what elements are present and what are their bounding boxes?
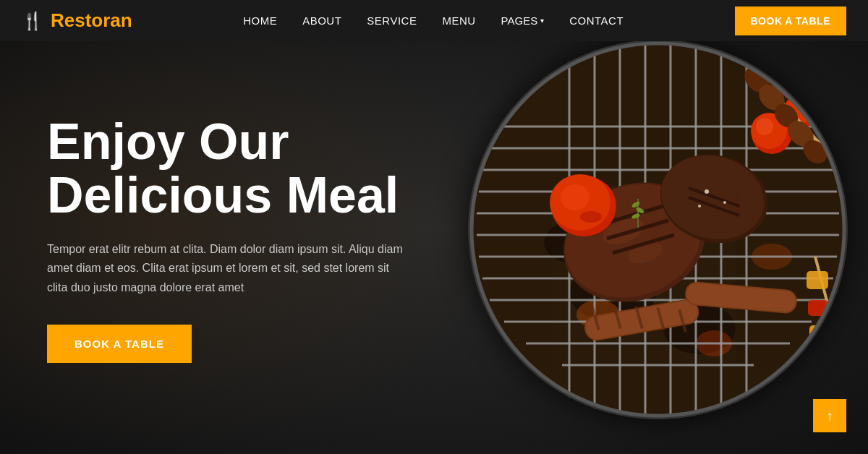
nav-item-menu[interactable]: MENU <box>442 14 475 27</box>
svg-point-45 <box>723 201 726 204</box>
fork-knife-icon: 🍴 <box>22 11 43 31</box>
svg-point-46 <box>698 205 701 207</box>
chevron-down-icon: ▾ <box>540 17 544 25</box>
hero-book-button[interactable]: BOOK A TABLE <box>47 325 192 363</box>
navbar: 🍴 Restoran HOME ABOUT SERVICE MENU PAGES… <box>0 0 868 41</box>
hero-title: Enjoy Our Delicious Meal <box>47 116 409 222</box>
hero-content: Enjoy Our Delicious Meal Tempor erat eli… <box>47 116 409 363</box>
scroll-top-button[interactable]: ↑ <box>813 399 846 432</box>
brand-name: Restoran <box>51 9 132 32</box>
nav-links: HOME ABOUT SERVICE MENU PAGES ▾ CONTACT <box>243 14 624 27</box>
hero-description: Tempor erat elitr rebum at clita. Diam d… <box>47 240 409 297</box>
grill-svg <box>468 40 848 419</box>
grill-image <box>468 40 848 419</box>
svg-point-59 <box>580 211 602 223</box>
svg-point-62 <box>756 118 773 135</box>
brand-logo[interactable]: 🍴 Restoran <box>22 9 132 32</box>
svg-point-58 <box>561 184 590 210</box>
nav-item-pages[interactable]: PAGES ▾ <box>501 14 545 27</box>
nav-item-service[interactable]: SERVICE <box>367 14 417 27</box>
nav-item-about[interactable]: ABOUT <box>302 14 341 27</box>
hero-section: 🍴 Restoran HOME ABOUT SERVICE MENU PAGES… <box>0 0 868 454</box>
svg-rect-77 <box>807 271 828 289</box>
arrow-up-icon: ↑ <box>826 408 833 424</box>
navbar-book-button[interactable]: BOOK A TABLE <box>735 7 846 35</box>
svg-point-44 <box>705 189 709 194</box>
nav-item-contact[interactable]: CONTACT <box>569 14 624 27</box>
nav-item-home[interactable]: HOME <box>243 14 277 27</box>
